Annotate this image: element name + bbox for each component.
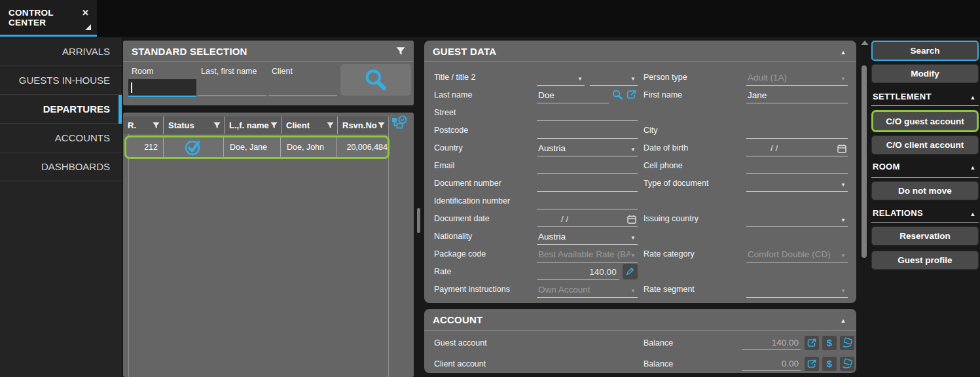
issuing-country-label: Issuing country	[644, 214, 746, 223]
filter-icon[interactable]	[396, 46, 405, 56]
co-guest-account-button[interactable]: C/O guest account	[871, 110, 979, 132]
guest-profile-button[interactable]: Guest profile	[871, 251, 979, 270]
title-select[interactable]	[537, 71, 585, 86]
nav-item-arrivals[interactable]: ARRIVALS	[0, 37, 122, 66]
name-field: Last, first name	[198, 62, 266, 101]
rate-category-select[interactable]: Comfort Double (CD)	[746, 247, 848, 262]
cash-payment-button[interactable]	[822, 336, 837, 350]
open-client-account-button[interactable]	[805, 357, 819, 371]
edit-rate-button[interactable]	[623, 264, 638, 279]
date-of-birth-input[interactable]: / /	[746, 141, 848, 156]
balance-label: Balance	[644, 359, 742, 368]
section-divider	[871, 177, 979, 178]
client-input[interactable]	[268, 79, 337, 96]
nationality-select[interactable]: Austria	[537, 230, 638, 245]
filter-icon[interactable]	[213, 122, 221, 129]
city-input[interactable]	[746, 124, 848, 139]
identification-number-input[interactable]	[537, 194, 638, 209]
middle-scrollbar-thumb[interactable]	[417, 208, 420, 233]
name-input[interactable]	[198, 79, 266, 96]
title2-select[interactable]	[590, 71, 638, 86]
column-header-status[interactable]: Status	[164, 117, 225, 134]
type-of-document-select[interactable]	[746, 177, 848, 192]
guest-account-row: Guest account Balance 140.00	[424, 334, 856, 351]
country-select[interactable]: Austria	[537, 141, 638, 156]
search-button[interactable]	[340, 64, 411, 96]
settlement-section-header[interactable]: SETTLEMENT	[873, 92, 977, 101]
postcode-label: Postcode	[434, 126, 537, 135]
cell-rsvn-no: 20,006,484	[337, 137, 388, 157]
filter-icon[interactable]	[153, 122, 160, 129]
co-client-account-button[interactable]: C/O client account	[871, 135, 979, 154]
rate-segment-select[interactable]	[746, 283, 848, 298]
collapse-icon[interactable]	[839, 314, 848, 325]
rate-input[interactable]: 140.00	[537, 265, 619, 280]
first-name-input[interactable]: Jane	[746, 88, 848, 103]
document-date-input[interactable]: / /	[537, 212, 638, 227]
rate-label: Rate	[434, 267, 537, 276]
column-header-room[interactable]: R.	[123, 117, 164, 134]
filter-icon[interactable]	[378, 122, 385, 129]
column-header-rsvn-no[interactable]: Rsvn.No	[338, 117, 388, 134]
external-link-icon	[807, 338, 817, 348]
collapse-icon[interactable]	[968, 162, 977, 171]
tab-control-center[interactable]: CONTROL CENTER ✕	[0, 0, 97, 37]
search-action-button[interactable]: Search	[871, 41, 979, 61]
panel-title: STANDARD SELECTION	[132, 46, 247, 57]
close-icon[interactable]: ✕	[82, 8, 89, 18]
section-divider	[871, 222, 979, 223]
card-swipe-button[interactable]	[840, 336, 854, 350]
traces-clock-icon[interactable]	[391, 115, 408, 132]
calendar-icon[interactable]	[627, 215, 636, 224]
open-guest-account-button[interactable]	[805, 336, 819, 350]
card-swipe-button[interactable]	[840, 357, 854, 371]
cell-phone-input[interactable]	[746, 159, 848, 174]
modify-button[interactable]: Modify	[871, 64, 979, 83]
issuing-country-select[interactable]	[746, 212, 848, 227]
room-input[interactable]	[128, 79, 196, 97]
person-type-select[interactable]: Adult (1A)	[746, 71, 848, 86]
nav-item-dashboards[interactable]: DASHBOARDS	[0, 153, 122, 181]
street-input[interactable]	[537, 106, 638, 121]
relations-section-header[interactable]: RELATIONS	[873, 208, 977, 218]
email-input[interactable]	[537, 159, 638, 174]
package-code-select[interactable]: Best Available Rate (BAI	[537, 247, 638, 262]
cell-lf-name: Doe, Jane	[224, 137, 281, 157]
collapse-icon[interactable]	[968, 92, 977, 101]
table-row-selected[interactable]: 212 Doe, Jane Doe, John 20,006,484	[124, 135, 390, 159]
collapse-icon[interactable]	[839, 45, 848, 57]
standard-selection-header: STANDARD SELECTION	[123, 41, 414, 62]
collapse-icon[interactable]	[968, 208, 977, 218]
tab-corner-icon	[85, 24, 91, 30]
filter-icon[interactable]	[270, 122, 278, 129]
cell-room: 212	[126, 137, 164, 157]
profile-search-icon[interactable]	[611, 89, 623, 101]
card-swipe-icon	[841, 337, 853, 349]
scrollbar-up-arrow[interactable]	[861, 41, 869, 45]
column-header-lf-name[interactable]: L.,f. name	[225, 117, 281, 134]
country-label: Country	[434, 143, 537, 153]
cash-payment-button[interactable]	[822, 357, 837, 371]
open-profile-external-icon[interactable]	[626, 89, 637, 100]
do-not-move-button[interactable]: Do not move	[871, 181, 979, 200]
form-row: Last name Doe First name Jane	[424, 86, 856, 103]
column-header-client[interactable]: Client	[281, 117, 338, 134]
payment-instructions-select[interactable]: Own Account	[537, 283, 638, 298]
filter-icon[interactable]	[327, 122, 334, 129]
reservation-button[interactable]: Reservation	[871, 226, 979, 245]
last-name-input[interactable]: Doe	[537, 88, 609, 103]
guest-account-balance: 140.00	[742, 335, 801, 350]
calendar-icon[interactable]	[837, 144, 846, 153]
client-account-row: Client account Balance 0.00	[424, 355, 856, 372]
chevron-down-icon	[841, 285, 848, 295]
account-header: ACCOUNT	[424, 309, 856, 331]
form-row: Rate 140.00	[424, 262, 856, 280]
nav-item-departures[interactable]: DEPARTURES	[0, 95, 122, 124]
postcode-input[interactable]	[537, 124, 638, 139]
room-section-header[interactable]: ROOM	[873, 162, 977, 171]
right-scrollbar-thumb[interactable]	[862, 65, 867, 258]
nav-item-accounts[interactable]: ACCOUNTS	[0, 124, 122, 153]
document-number-input[interactable]	[537, 177, 638, 192]
rate-segment-label: Rate segment	[644, 285, 746, 294]
nav-item-guests-in-house[interactable]: GUESTS IN-HOUSE	[0, 66, 122, 95]
